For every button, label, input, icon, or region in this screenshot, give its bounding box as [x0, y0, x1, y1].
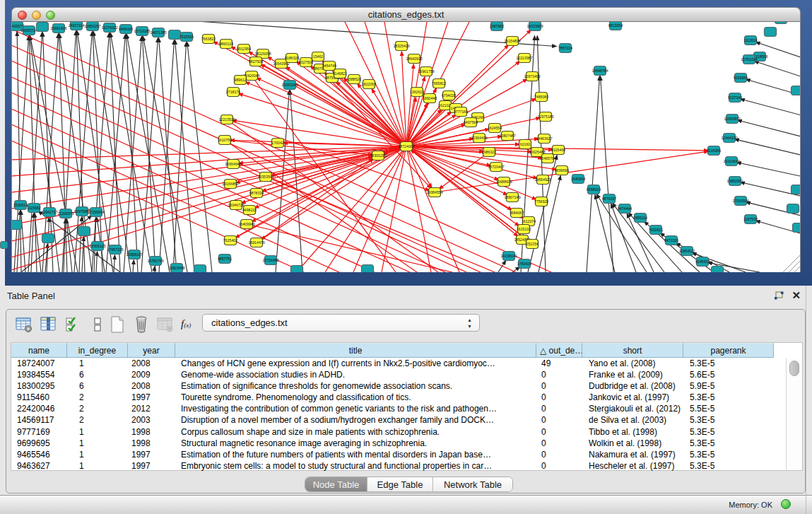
- table-cell-title[interactable]: Disruption of a novel member of a sodium…: [175, 414, 536, 426]
- table-cell-year[interactable]: 2012: [128, 403, 175, 414]
- table-cell-pagerank[interactable]: 5.3E-5: [683, 460, 774, 472]
- table-cell-pagerank[interactable]: 5.3E-5: [683, 438, 774, 449]
- function-builder-icon[interactable]: f(x): [181, 318, 199, 337]
- table-cell-name[interactable]: 18300295: [11, 380, 67, 392]
- table-cell-short[interactable]: de Silva et al. (2003): [582, 414, 683, 426]
- table-row[interactable]: 977716911998Corpus callosum shape and si…: [11, 426, 802, 438]
- network-edge[interactable]: [110, 33, 152, 272]
- table-cell-title[interactable]: Corpus callosum shape and size in male p…: [175, 426, 536, 438]
- vertical-scrollbar[interactable]: [786, 358, 802, 470]
- select-all-icon[interactable]: [64, 315, 83, 334]
- table-cell-short[interactable]: Wolkin et al. (1998): [582, 438, 683, 449]
- table-cell-out_degree[interactable]: 0: [536, 426, 582, 438]
- network-edge[interactable]: [93, 32, 131, 272]
- network-edge[interactable]: [587, 76, 599, 272]
- table-cell-in_degree[interactable]: 1: [67, 449, 128, 460]
- table-cell-in_degree[interactable]: 1: [67, 358, 128, 369]
- scrollbar-thumb[interactable]: [789, 361, 799, 376]
- table-cell-pagerank[interactable]: 5.6E-5: [683, 369, 774, 380]
- show-columns-icon[interactable]: [40, 315, 58, 334]
- table-cell-in_degree[interactable]: 2: [67, 403, 128, 414]
- table-cell-short[interactable]: Stergiakouli et al. (2012): [582, 403, 683, 414]
- column-header-out_degree[interactable]: △ out_de…: [536, 343, 582, 358]
- network-edge[interactable]: [11, 141, 304, 272]
- network-edge[interactable]: [741, 99, 801, 117]
- table-cell-short[interactable]: Franke et al. (2009): [582, 369, 683, 380]
- network-edge[interactable]: [290, 90, 302, 272]
- table-cell-in_degree[interactable]: 6: [67, 380, 128, 392]
- table-cell-name[interactable]: 9699695: [11, 438, 67, 449]
- network-node[interactable]: [78, 227, 90, 236]
- table-row[interactable]: 1830029562008Estimation of significance …: [11, 380, 802, 392]
- table-cell-out_degree[interactable]: 0: [536, 369, 582, 380]
- table-cell-name[interactable]: 9463627: [11, 460, 67, 472]
- table-cell-year[interactable]: 2003: [128, 414, 175, 426]
- table-cell-short[interactable]: Dudbridge et al. (2008): [582, 380, 683, 392]
- delete-table-icon[interactable]: [132, 315, 151, 334]
- tab-edge-table[interactable]: Edge Table: [367, 477, 433, 491]
- network-edge[interactable]: [82, 237, 84, 272]
- table-cell-out_degree[interactable]: 0: [536, 438, 582, 449]
- table-cell-pagerank[interactable]: 5.5E-5: [683, 403, 774, 414]
- network-edge[interactable]: [286, 66, 406, 146]
- table-row[interactable]: 1456911722003Disruption of a novel membe…: [11, 414, 802, 426]
- table-cell-year[interactable]: 1998: [128, 438, 175, 449]
- table-cell-short[interactable]: Tibbo et al. (1998): [582, 426, 683, 438]
- table-cell-out_degree[interactable]: 0: [536, 392, 582, 403]
- table-cell-pagerank[interactable]: 5.3E-5: [683, 449, 774, 460]
- tab-node-table[interactable]: Node Table: [305, 477, 367, 491]
- network-window[interactable]: citations_edges.txt 24935772405571420691…: [11, 7, 801, 272]
- network-edge[interactable]: [611, 204, 636, 272]
- table-cell-out_degree[interactable]: 49: [536, 358, 582, 369]
- table-cell-in_degree[interactable]: 2: [67, 392, 128, 403]
- network-table-selector[interactable]: citations_edges.txt ▲▼: [202, 314, 480, 332]
- table-row[interactable]: 946362711997Embryonic stem cells: a mode…: [11, 460, 802, 472]
- network-node[interactable]: [11, 221, 22, 230]
- network-node[interactable]: [765, 28, 777, 37]
- network-edge[interactable]: [498, 261, 506, 272]
- table-cell-title[interactable]: Structural magnetic resonance image aver…: [175, 438, 536, 449]
- table-cell-name[interactable]: 14569117: [11, 414, 67, 426]
- network-node[interactable]: [42, 234, 54, 243]
- network-edge[interactable]: [266, 177, 495, 272]
- table-row[interactable]: 1938455462009Genome-wide association stu…: [11, 369, 802, 380]
- table-cell-short[interactable]: Nakamura et al. (1997): [582, 449, 683, 460]
- network-edge[interactable]: [126, 35, 170, 272]
- table-cell-name[interactable]: 19384554: [11, 369, 67, 380]
- table-cell-pagerank[interactable]: 5.3E-5: [683, 358, 774, 369]
- table-cell-short[interactable]: Jankovic et al. (1997): [582, 392, 683, 403]
- table-cell-name[interactable]: 22420046: [11, 403, 67, 414]
- network-canvas[interactable]: 2493577240557142069140624927114108532571…: [11, 22, 801, 272]
- column-header-title[interactable]: title: [175, 343, 536, 358]
- table-cell-out_degree[interactable]: 0: [536, 403, 582, 414]
- network-edge[interactable]: [601, 76, 613, 272]
- network-node[interactable]: [362, 265, 374, 273]
- table-row[interactable]: 946554611997Estimation of the future num…: [11, 449, 802, 460]
- network-edge[interactable]: [737, 163, 801, 178]
- table-cell-short[interactable]: Hescheler et al. (1997): [582, 460, 683, 472]
- table-cell-in_degree[interactable]: 1: [67, 426, 128, 438]
- table-cell-year[interactable]: 1998: [128, 426, 175, 438]
- network-nodes[interactable]: 2493577240557142069140624927114108532571…: [11, 22, 801, 272]
- table-row[interactable]: 911546021997Tourette syndrome. Phenomeno…: [11, 392, 802, 403]
- table-cell-in_degree[interactable]: 1: [67, 460, 128, 472]
- table-cell-out_degree[interactable]: 0: [536, 449, 582, 460]
- table-cell-year[interactable]: 2008: [128, 358, 175, 369]
- network-edge[interactable]: [124, 37, 141, 272]
- network-edge[interactable]: [738, 120, 801, 139]
- column-header-name[interactable]: name: [11, 343, 67, 358]
- table-cell-in_degree[interactable]: 6: [67, 369, 128, 380]
- network-node[interactable]: [775, 22, 787, 24]
- table-cell-name[interactable]: 9465546: [11, 449, 67, 460]
- network-edge[interactable]: [21, 211, 25, 272]
- table-row[interactable]: 1872400712008Changes of HCN gene express…: [11, 358, 802, 369]
- table-row[interactable]: 969969511998Structural magnetic resonanc…: [11, 438, 802, 449]
- table-cell-title[interactable]: Genome-wide association studies in ADHD.: [175, 369, 536, 380]
- network-node[interactable]: [787, 204, 799, 214]
- table-cell-in_degree[interactable]: 2: [67, 414, 128, 426]
- network-node[interactable]: [792, 86, 801, 95]
- table-cell-name[interactable]: 9777169: [11, 426, 67, 438]
- network-edge[interactable]: [11, 146, 406, 241]
- close-panel-icon[interactable]: ✕: [792, 289, 801, 302]
- network-edge[interactable]: [245, 82, 406, 146]
